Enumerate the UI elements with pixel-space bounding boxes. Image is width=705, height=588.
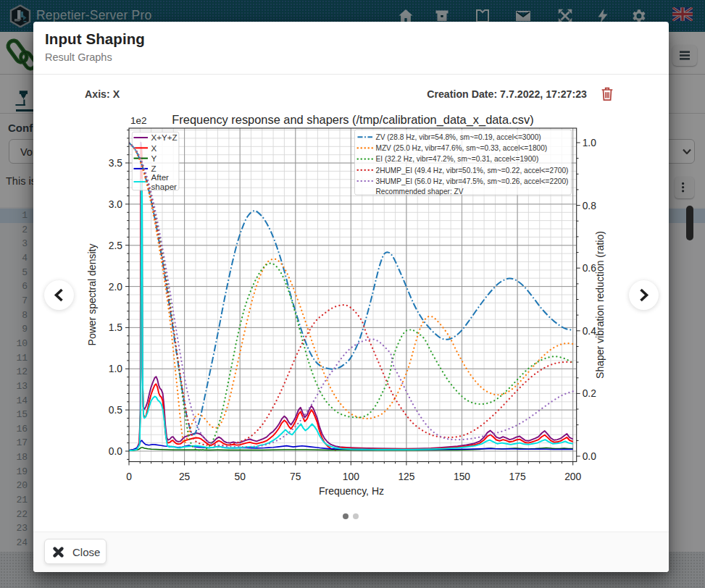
svg-text:ZV (28.8 Hz, vibr=54.8%, sm~=0: ZV (28.8 Hz, vibr=54.8%, sm~=0.19, accel… [376, 133, 541, 141]
svg-text:X: X [151, 143, 157, 153]
svg-text:2.5: 2.5 [109, 240, 123, 251]
svg-text:Frequency, Hz: Frequency, Hz [319, 485, 384, 497]
svg-text:2HUMP_EI (49.4 Hz, vibr=50.1%,: 2HUMP_EI (49.4 Hz, vibr=50.1%, sm~=0.22,… [376, 167, 569, 175]
svg-text:MZV (25.0 Hz, vibr=47.6%, sm~=: MZV (25.0 Hz, vibr=47.6%, sm~=0.33, acce… [376, 144, 548, 152]
svg-text:X+Y+Z: X+Y+Z [151, 133, 178, 142]
svg-text:200: 200 [564, 471, 581, 482]
svg-text:Shaper vibration reduction (ra: Shaper vibration reduction (ratio) [594, 231, 606, 379]
svg-text:2.0: 2.0 [109, 282, 123, 293]
svg-text:shaper: shaper [151, 182, 178, 191]
svg-text:1e2: 1e2 [130, 115, 147, 126]
svg-text:1.0: 1.0 [109, 364, 123, 374]
svg-text:Frequency response and shapers: Frequency response and shapers (/tmp/cal… [172, 113, 533, 127]
svg-text:After: After [151, 172, 170, 182]
svg-text:75: 75 [290, 471, 301, 482]
svg-text:100: 100 [343, 471, 359, 482]
svg-text:0.8: 0.8 [583, 201, 597, 211]
svg-text:50: 50 [235, 471, 246, 482]
svg-text:Power spectral density: Power spectral density [86, 244, 98, 346]
svg-text:150: 150 [454, 471, 470, 482]
svg-text:1.5: 1.5 [109, 322, 123, 333]
svg-text:125: 125 [398, 471, 414, 482]
svg-text:Recommended shaper: ZV: Recommended shaper: ZV [376, 188, 464, 196]
svg-text:1.0: 1.0 [583, 138, 597, 148]
svg-text:EI (32.2 Hz, vibr=47.2%, sm~=0: EI (32.2 Hz, vibr=47.2%, sm~=0.31, accel… [376, 155, 539, 163]
svg-text:175: 175 [509, 471, 526, 482]
svg-text:0: 0 [126, 471, 132, 482]
svg-text:0.2: 0.2 [583, 388, 596, 399]
svg-text:Y: Y [151, 154, 157, 163]
svg-text:3.5: 3.5 [109, 158, 123, 169]
svg-text:3.0: 3.0 [109, 199, 123, 210]
svg-text:0.5: 0.5 [109, 405, 123, 416]
svg-text:3HUMP_EI (56.0 Hz, vibr=47.5%,: 3HUMP_EI (56.0 Hz, vibr=47.5%, sm~=0.26,… [376, 177, 569, 185]
svg-text:25: 25 [179, 471, 191, 482]
svg-text:0.0: 0.0 [109, 446, 123, 457]
svg-text:0.0: 0.0 [583, 451, 597, 462]
